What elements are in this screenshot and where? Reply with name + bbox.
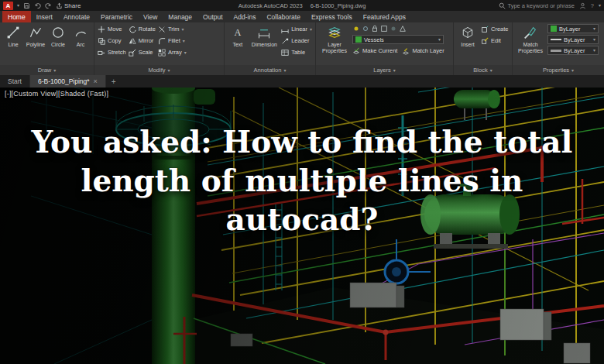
dimension-tool[interactable]: Dimension — [250, 24, 279, 48]
app-menu-caret-icon[interactable]: ▾ — [17, 3, 19, 8]
arc-tool[interactable]: Arc — [70, 24, 91, 48]
search-field[interactable]: Type a keyword or phrase — [499, 2, 575, 9]
ribbon-tab-featured-apps[interactable]: Featured Apps — [358, 11, 411, 22]
make-current-tool[interactable]: Make Current — [352, 46, 397, 56]
new-tab-button[interactable]: + — [106, 75, 122, 88]
current-layer-name: Vessels — [364, 36, 384, 43]
viewport: [-][Custom View][Shaded (Fast)] You aske… — [0, 88, 604, 364]
layer-walk-icon[interactable] — [399, 25, 407, 33]
polyline-tool[interactable]: Polyline — [26, 24, 46, 48]
match-layer-tool[interactable]: Match Layer — [402, 46, 444, 56]
rotate-icon — [129, 26, 136, 33]
title-bar: A ▾ Share Autodesk AutoCAD 2023 6-B-1000… — [0, 0, 604, 11]
layer-off-icon[interactable] — [390, 25, 397, 33]
ribbon-tab-express-tools[interactable]: Express Tools — [306, 11, 358, 22]
ribbon-tab-home[interactable]: Home — [2, 11, 31, 22]
ribbon-tab-addins[interactable]: Add-ins — [228, 11, 262, 22]
autocad-window: A ▾ Share Autodesk AutoCAD 2023 6-B-1000… — [0, 0, 604, 364]
table-tool[interactable]: Table — [281, 47, 312, 57]
color-swatch — [551, 26, 557, 32]
panel-expand-caret-icon: ▾ — [53, 68, 56, 73]
lineweight-bylayer-dropdown[interactable]: ByLayer ▾ — [547, 46, 599, 55]
copy-icon — [98, 37, 105, 45]
fillet-caret-icon: ▾ — [183, 39, 185, 43]
linear-dimension-tool[interactable]: Linear▾ — [281, 24, 312, 34]
save-icon[interactable] — [23, 2, 30, 9]
scale-tool[interactable]: Scale — [129, 47, 156, 57]
ribbon-tab-insert[interactable]: Insert — [31, 11, 58, 22]
ribbon-panel-layers: Layer Properties Vessels ▾ — [316, 22, 454, 75]
trim-icon — [158, 26, 166, 33]
color-bylayer-dropdown[interactable]: ByLayer ▾ — [547, 24, 599, 33]
array-tool[interactable]: Array▾ — [158, 47, 187, 57]
ribbon-tab-output[interactable]: Output — [197, 11, 228, 22]
layer-select-dropdown[interactable]: Vessels ▾ — [352, 35, 444, 44]
linetype-bylayer-dropdown[interactable]: ByLayer ▾ — [547, 35, 599, 44]
lineweight-dropdown-caret-icon: ▾ — [593, 48, 595, 53]
match-properties-icon — [523, 24, 538, 41]
annotation-panel-label[interactable]: Annotation▾ — [225, 65, 315, 75]
ribbon: Line Polyline Circle Arc Draw▾ — [0, 22, 604, 75]
panel-expand-caret-icon: ▾ — [490, 68, 492, 73]
draw-panel-label[interactable]: Draw▾ — [0, 65, 94, 75]
stretch-icon — [98, 49, 105, 57]
ribbon-tab-view[interactable]: View — [138, 11, 163, 22]
tab-start[interactable]: Start — [0, 75, 30, 88]
arc-icon — [74, 24, 88, 41]
titlebar-overflow-caret-icon[interactable]: ▾ — [599, 3, 601, 8]
stretch-tool[interactable]: Stretch — [98, 47, 126, 57]
line-tool[interactable]: Line — [3, 24, 23, 48]
tab-active-document[interactable]: 6-B-1000_Piping* × — [30, 75, 106, 88]
insert-block-tool[interactable]: Insert — [457, 24, 479, 48]
ribbon-tab-annotate[interactable]: Annotate — [58, 11, 95, 22]
create-block-tool[interactable]: Create — [481, 24, 509, 34]
layers-panel-label[interactable]: Layers▾ — [316, 65, 453, 75]
mirror-tool[interactable]: Mirror — [129, 36, 156, 46]
block-panel-label[interactable]: Block▾ — [454, 65, 512, 75]
fillet-tool[interactable]: Fillet▾ — [158, 36, 187, 46]
text-tool[interactable]: A Text — [228, 24, 248, 48]
account-icon[interactable] — [579, 2, 586, 9]
undo-icon[interactable] — [34, 2, 41, 9]
document-tab-bar: Start 6-B-1000_Piping* × + — [0, 75, 604, 88]
edit-block-icon — [481, 37, 489, 45]
modify-panel-label[interactable]: Modify▾ — [94, 65, 224, 75]
app-title: Autodesk AutoCAD 2023 — [239, 2, 303, 9]
scale-icon — [129, 49, 136, 57]
autocad-logo[interactable]: A — [3, 2, 13, 10]
ribbon-panel-draw: Line Polyline Circle Arc Draw▾ — [0, 22, 94, 75]
layer-on-icon[interactable] — [352, 25, 360, 33]
circle-tool[interactable]: Circle — [48, 24, 68, 48]
layer-properties-tool[interactable]: Layer Properties — [319, 24, 350, 53]
table-icon — [281, 49, 289, 57]
layer-lock-icon[interactable] — [371, 25, 379, 33]
move-tool[interactable]: Move — [98, 24, 126, 34]
layer-dropdown-caret-icon: ▾ — [438, 37, 441, 42]
rotate-tool[interactable]: Rotate — [129, 24, 156, 34]
edit-block-tool[interactable]: Edit — [481, 36, 509, 46]
close-tab-icon[interactable]: × — [94, 77, 98, 85]
search-icon — [499, 2, 506, 9]
help-icon[interactable]: ? — [591, 2, 594, 9]
linear-caret-icon: ▾ — [310, 27, 312, 32]
layer-freeze-icon[interactable] — [362, 25, 369, 33]
headline-line-2: length of multiple lines in — [23, 162, 581, 201]
panel-expand-caret-icon: ▾ — [393, 68, 396, 73]
copy-tool[interactable]: Copy — [98, 36, 126, 46]
search-placeholder: Type a keyword or phrase — [508, 2, 575, 9]
match-layer-icon — [402, 47, 410, 55]
share-button[interactable]: Share — [56, 2, 81, 9]
redo-icon[interactable] — [45, 2, 52, 9]
trim-caret-icon: ▾ — [182, 27, 184, 32]
properties-panel-label[interactable]: Properties▾ — [513, 65, 604, 75]
match-properties-tool[interactable]: Match Properties — [516, 24, 545, 53]
ribbon-tab-parametric[interactable]: Parametric — [95, 11, 138, 22]
leader-tool[interactable]: Leader — [281, 36, 312, 46]
headline-line-1: You asked: How to find the total — [23, 123, 581, 162]
viewport-controls[interactable]: [-][Custom View][Shaded (Fast)] — [5, 90, 108, 98]
trim-tool[interactable]: Trim▾ — [158, 24, 187, 34]
text-icon: A — [231, 24, 245, 41]
layer-isolate-icon[interactable] — [380, 25, 388, 33]
ribbon-tab-collaborate[interactable]: Collaborate — [261, 11, 305, 22]
ribbon-tab-manage[interactable]: Manage — [163, 11, 197, 22]
